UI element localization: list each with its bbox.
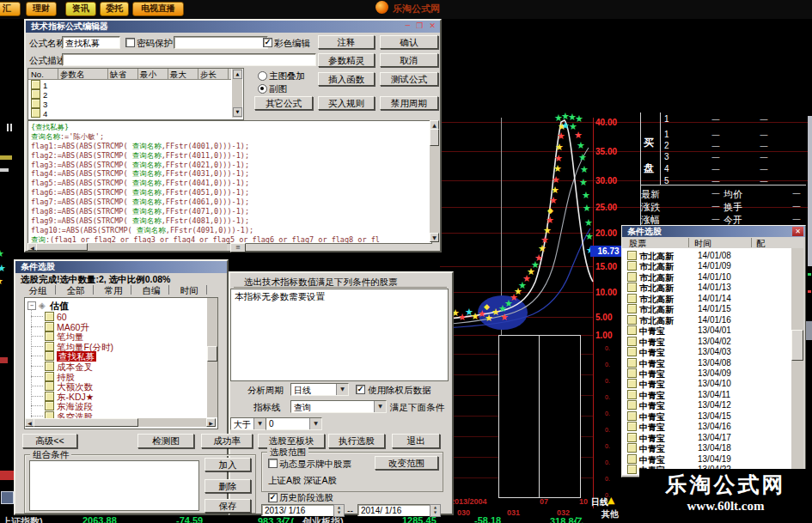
result-row[interactable]: 中青宝13/04/11 (622, 390, 791, 400)
execute-select-button[interactable]: 执行选股 (328, 434, 385, 448)
result-row[interactable]: 市北高新14/01/10 (622, 272, 791, 283)
formula-name-input[interactable]: 查找私募 (62, 36, 120, 49)
period-up-icon[interactable]: ▲ (607, 495, 614, 506)
insert-function-button[interactable]: 插入函数 (318, 72, 375, 86)
scrollbar-thumb[interactable] (36, 243, 88, 251)
comment-button[interactable]: 注释 (318, 35, 375, 49)
taskbar-button-2[interactable]: 资讯 (65, 2, 96, 16)
maximize-icon[interactable]: ❐ (416, 21, 424, 30)
advanced-button[interactable]: 高级<< (22, 434, 77, 448)
picker-titlebar[interactable]: 条件选股 (15, 261, 227, 273)
param-column-header[interactable]: No. (31, 70, 44, 79)
cancel-button[interactable]: 取消 (380, 53, 438, 67)
tree-item-60[interactable]: 60 (45, 312, 67, 321)
result-row[interactable]: 中青宝13/04/10 (622, 379, 791, 389)
result-row[interactable]: 中青宝13/04/16 (622, 422, 791, 432)
param-table-row[interactable]: 2 (28, 89, 234, 99)
tab-时间[interactable]: 时间 (174, 285, 205, 297)
result-row[interactable]: 中青宝13/04/17 (622, 433, 791, 443)
date-spinner[interactable]: ▲▼ (333, 504, 345, 517)
table-scrollbar[interactable]: ▲▼ (232, 69, 242, 118)
exright-checkbox[interactable]: ✓ (356, 385, 365, 394)
taskbar-button-0[interactable]: 汇 (0, 2, 21, 16)
combo-condition-list[interactable] (29, 460, 199, 511)
tree-item-东-KDJ★[interactable]: 东-KDJ★ (45, 392, 94, 401)
tree-item-查找私募[interactable]: 查找私募 (45, 351, 96, 361)
tree-vscrollbar[interactable] (207, 298, 217, 417)
taskbar-button-4[interactable]: 电视直播 (132, 2, 184, 16)
save-condition-button[interactable]: 保存 (205, 499, 251, 513)
test-chart-button[interactable]: 检测图 (137, 434, 194, 448)
password-input[interactable] (174, 36, 268, 49)
scroll-down-icon[interactable]: ▼ (430, 233, 439, 242)
minimize-icon[interactable]: ─ (406, 21, 412, 30)
tree-item-大额次数[interactable]: 大额次数 (45, 381, 93, 391)
sub-chart-radio[interactable] (258, 84, 267, 94)
scrollbar-thumb[interactable] (791, 330, 803, 361)
tab-自编[interactable]: 自编 (136, 285, 167, 297)
date-spinner[interactable]: ▲▼ (430, 504, 441, 517)
result-row[interactable]: 中青宝13/04/12 (622, 400, 791, 410)
result-row[interactable]: 市北高新14/01/16 (622, 315, 791, 325)
confirm-button[interactable]: 确认 (380, 35, 438, 49)
scroll-up-icon[interactable]: ▲ (233, 70, 242, 79)
code-hscrollbar[interactable]: ◀ (27, 243, 227, 251)
tree-item-笔均量F(分时)[interactable]: 笔均量F(分时) (45, 342, 113, 351)
taskbar-button-3[interactable]: 委托 (100, 2, 129, 16)
result-row[interactable]: 中青宝13/04/03 (622, 347, 791, 357)
formula-code-editor[interactable]: {查找私募}查询名称:='陈小敏';flag1:=ABS(ABS(STRCMP(… (27, 120, 432, 244)
other-formula-button[interactable]: 其它公式 (254, 96, 313, 110)
param-table-row[interactable]: 4 (28, 108, 234, 118)
result-row[interactable]: 市北高新14/01/15 (622, 304, 791, 314)
result-row[interactable]: 中青宝13/04/08 (622, 358, 791, 368)
result-row[interactable]: 中青宝13/04/09 (622, 368, 791, 379)
result-row[interactable]: 市北高新14/01/09 (622, 261, 791, 271)
param-table-row[interactable]: 3 (28, 99, 234, 108)
add-condition-button[interactable]: 加入 (205, 458, 251, 471)
tab-分组[interactable]: 分组 (22, 285, 53, 297)
period-combo[interactable]: 日线 ▼ (290, 383, 349, 396)
tree-item-笔均量[interactable]: 笔均量 (45, 331, 84, 341)
chevron-down-icon[interactable]: ▼ (253, 418, 266, 429)
change-range-button[interactable]: 改变范围 (375, 456, 438, 470)
tree-item-持股[interactable]: 持股 (45, 372, 75, 381)
close-icon[interactable]: ✕ (429, 21, 437, 30)
indicator-line-combo[interactable]: 查询 ▼ (290, 400, 387, 413)
success-rate-button[interactable]: 成功率 (201, 434, 253, 448)
color-edit-checkbox[interactable]: ✓ (263, 38, 272, 47)
main-overlay-radio[interactable] (258, 71, 267, 81)
tree-hscrollbar[interactable]: ◀ ▶ (25, 418, 216, 427)
password-checkbox[interactable] (125, 38, 135, 47)
tree-item-东海波段[interactable]: 东海波段 (45, 401, 93, 410)
operator-combo[interactable]: 大于 ▼ (230, 417, 266, 430)
result-window-titlebar[interactable]: 条件选股 ✕ (622, 226, 805, 237)
tree-item-成本金叉[interactable]: 成本金叉 (45, 362, 93, 371)
tab-全部[interactable]: 全部 (60, 285, 91, 297)
result-row[interactable]: 中青宝13/04/01 (622, 325, 791, 336)
chevron-down-icon[interactable]: ▼ (309, 418, 321, 429)
tree-item-MA60升[interactable]: MA60升 (45, 322, 89, 331)
result-row[interactable]: 市北高新14/01/14 (622, 294, 791, 304)
threshold-combo[interactable]: 0 ▼ (266, 417, 322, 430)
scroll-right-icon[interactable]: ▶ (206, 418, 216, 427)
disable-period-button[interactable]: 禁用周期 (380, 96, 438, 110)
scrollbar-thumb[interactable] (430, 129, 439, 146)
result-row[interactable]: 市北高新14/01/08 (622, 251, 791, 261)
result-row[interactable]: 中青宝13/04/18 (622, 443, 791, 453)
chevron-down-icon[interactable]: ▼ (374, 401, 386, 412)
param-wizard-button[interactable]: 参数精灵 (318, 53, 375, 67)
test-formula-button[interactable]: 测试公式 (380, 72, 438, 86)
date-to-field[interactable]: 2014/ 1/16 (357, 504, 433, 516)
taskbar-button-1[interactable]: 理财 (26, 2, 57, 16)
dynamic-display-checkbox[interactable] (268, 459, 278, 468)
close-icon[interactable]: ✕ (792, 227, 803, 236)
result-row[interactable]: 市北高新14/01/13 (622, 283, 791, 293)
scroll-down-icon[interactable]: ▼ (233, 107, 242, 117)
chevron-down-icon[interactable]: ▼ (336, 384, 348, 395)
editor-titlebar[interactable]: 技术指标公式编辑器 ─ ❐ ✕ (26, 21, 440, 33)
date-from-field[interactable]: 2013/ 1/16 (261, 504, 337, 516)
period-label[interactable]: 日线 (591, 496, 608, 508)
result-row[interactable]: 中青宝13/04/15 (622, 411, 791, 422)
code-vscrollbar[interactable]: ▲ ▼ (430, 120, 439, 242)
delete-condition-button[interactable]: 删除 (205, 479, 251, 493)
